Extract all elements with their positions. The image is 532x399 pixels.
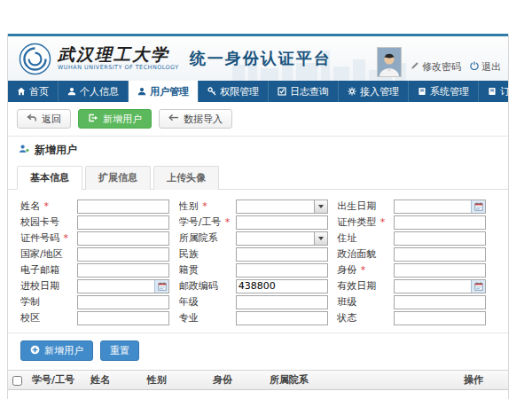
ethnicity-input[interactable] <box>236 247 328 262</box>
nav-tab-label: 用户管理 <box>150 85 189 98</box>
nav-tab-permissions[interactable]: 权限管理 <box>199 81 269 102</box>
user-icon <box>137 87 146 96</box>
nav-tab-access[interactable]: 接入管理 <box>339 81 409 102</box>
form-field-gender: 性别 * <box>179 199 338 214</box>
pencil-icon <box>411 61 419 73</box>
user-form: 姓名 *性别 *出生日期校园卡号学号/工号 *证件类型 *证件号码 *所属院系住… <box>8 190 508 332</box>
table-col-header-1: 姓名 <box>86 371 143 390</box>
student-staff-id-input[interactable] <box>236 215 328 230</box>
identity-label: 身份 * <box>337 263 394 277</box>
book-icon <box>418 87 426 96</box>
plus-circle-icon <box>30 345 40 356</box>
check-square-icon <box>278 87 286 96</box>
logout-link[interactable]: 退出 <box>470 60 501 75</box>
form-field-country-region: 国家/地区 <box>20 246 179 262</box>
address-input[interactable] <box>394 231 486 246</box>
class-input[interactable] <box>394 295 486 309</box>
university-name-en: WUHAN UNIVERSITY OF TECHNOLOGY <box>58 65 179 70</box>
chevron-down-icon[interactable] <box>314 200 327 213</box>
main-nav: 首页个人信息用户管理权限管理日志查询接入管理系统管理订阅管理 <box>8 81 508 102</box>
status-input[interactable] <box>394 311 486 325</box>
email-input[interactable] <box>77 263 169 278</box>
table-col-header-4: 所属院系 <box>265 371 459 390</box>
nav-tab-system[interactable]: 系统管理 <box>409 81 479 102</box>
form-field-identity: 身份 * <box>337 262 496 278</box>
nav-tab-label: 权限管理 <box>220 85 259 98</box>
nav-tab-users[interactable]: 用户管理 <box>129 81 199 102</box>
identity-input[interactable] <box>394 263 486 278</box>
calendar-icon[interactable] <box>154 280 168 293</box>
back-button[interactable]: 返回 <box>17 109 71 129</box>
postal-code-input[interactable] <box>236 279 328 293</box>
native-place-input[interactable] <box>236 263 328 278</box>
tab-upload-avatar[interactable]: 上传头像 <box>153 166 219 190</box>
address-label: 住址 <box>337 231 394 245</box>
gear-icon <box>348 87 356 96</box>
form-field-birth-date: 出生日期 <box>337 199 496 214</box>
form-field-campus-card-no: 校园卡号 <box>20 215 179 230</box>
major-input[interactable] <box>236 311 328 325</box>
table-empty-body <box>8 390 508 399</box>
form-field-schooling-length: 学制 <box>20 294 179 309</box>
department-select[interactable] <box>236 231 328 246</box>
content: 返回 新增用户 数据导 <box>8 102 508 399</box>
app-window: 武汉理工大学 WUHAN UNIVERSITY OF TECHNOLOGY 统一… <box>7 34 509 399</box>
enroll-date-input[interactable] <box>77 279 169 293</box>
valid-date-input[interactable] <box>394 279 486 293</box>
id-type-label: 证件类型 * <box>337 215 394 229</box>
key-icon <box>207 87 216 96</box>
schooling-length-input[interactable] <box>77 295 169 309</box>
select-all-checkbox[interactable] <box>12 376 22 386</box>
class-label: 班级 <box>337 295 394 309</box>
political-status-input[interactable] <box>394 247 486 262</box>
schooling-length-label: 学制 <box>20 295 77 309</box>
country-region-input[interactable] <box>77 247 169 262</box>
chevron-down-icon[interactable] <box>314 232 327 245</box>
form-field-ethnicity: 民族 <box>179 246 338 262</box>
nav-tab-subscription[interactable]: 订阅管理 <box>479 81 532 102</box>
gender-label: 性别 * <box>179 200 236 213</box>
id-number-label: 证件号码 * <box>20 231 77 245</box>
calendar-icon[interactable] <box>471 200 485 213</box>
grade-input[interactable] <box>236 295 328 309</box>
nav-tab-logs[interactable]: 日志查询 <box>269 81 339 102</box>
enroll-date-label: 进校日期 <box>20 279 77 293</box>
form-field-student-staff-id: 学号/工号 * <box>179 215 338 230</box>
calendar-icon[interactable] <box>471 280 485 293</box>
form-field-campus: 校区 <box>20 310 179 325</box>
user-plus-icon <box>19 144 29 157</box>
gender-select[interactable] <box>236 200 328 214</box>
toolbar: 返回 新增用户 数据导 <box>8 102 508 137</box>
name-label: 姓名 * <box>20 200 77 213</box>
id-type-input[interactable] <box>394 215 486 230</box>
name-input[interactable] <box>77 200 169 214</box>
change-password-link[interactable]: 修改密码 <box>411 60 461 75</box>
power-icon <box>470 61 479 73</box>
form-field-id-number: 证件号码 * <box>20 231 179 246</box>
major-label: 专业 <box>179 311 236 325</box>
form-field-enroll-date: 进校日期 <box>20 278 179 293</box>
form-field-id-type: 证件类型 * <box>337 215 496 230</box>
avatar <box>377 47 402 77</box>
data-import-button[interactable]: 数据导入 <box>159 109 232 129</box>
id-number-input[interactable] <box>77 231 169 246</box>
nav-tab-profile[interactable]: 个人信息 <box>59 81 129 102</box>
table-col-header-2: 性别 <box>143 371 208 390</box>
university-logo-icon <box>19 43 51 75</box>
birth-date-input[interactable] <box>394 200 486 214</box>
native-place-label: 籍贯 <box>179 263 236 277</box>
reset-button[interactable]: 重置 <box>100 340 139 361</box>
email-label: 电子邮箱 <box>20 263 77 277</box>
new-user-button[interactable]: 新增用户 <box>78 109 152 129</box>
nav-tab-label: 个人信息 <box>80 85 119 98</box>
form-field-major: 专业 <box>179 310 338 325</box>
nav-tab-home[interactable]: 首页 <box>8 81 59 102</box>
tab-basic-info[interactable]: 基本信息 <box>17 166 82 190</box>
submit-add-user-button[interactable]: 新增用户 <box>20 340 93 361</box>
tab-extended-info[interactable]: 扩展信息 <box>85 166 151 190</box>
platform-title: 统一身份认证平台 <box>190 48 332 69</box>
form-field-political-status: 政治面貌 <box>337 246 496 262</box>
home-icon <box>17 87 26 96</box>
campus-input[interactable] <box>77 311 169 325</box>
campus-card-no-input[interactable] <box>77 215 169 230</box>
